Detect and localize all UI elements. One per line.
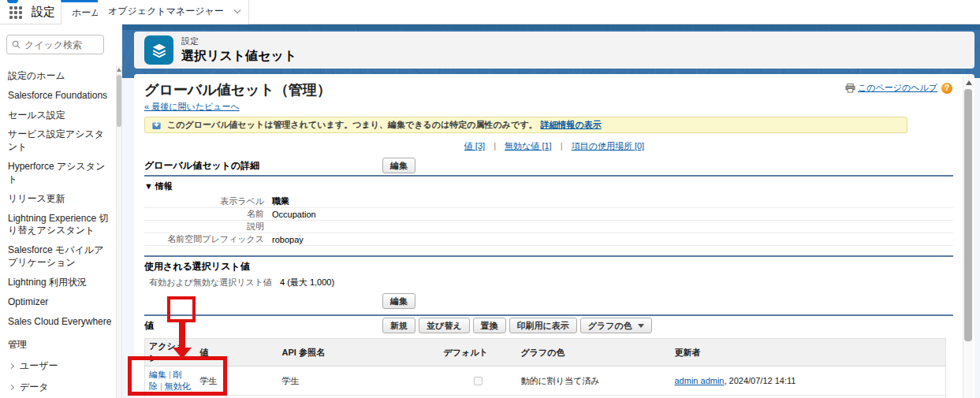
chart-colors-button[interactable]: グラフの色 [580,318,652,333]
sidebar-item-foundations[interactable]: Salesforce Foundations [8,90,112,102]
dropdown-arrow-icon [638,324,644,328]
modified-by-cell: admin admin, 2024/07/12 14:11 [671,366,946,396]
edit-detail-button[interactable]: 編集 [382,158,415,173]
separator: | [561,141,563,151]
modified-date: , 2024/07/12 14:11 [724,376,796,385]
api-name-cell: 会社員 [278,396,440,398]
sidebar-scrollbar[interactable] [116,24,122,398]
setup-nav: 設定のホーム Salesforce Foundations セールス設定 サービ… [8,70,112,398]
content-card: このページのヘルプ ? グローバル値セット（管理） « 最後に開いたビューへ こ… [134,74,974,398]
global-header: 設定 ホーム オブジェクトマネージャー [0,0,980,24]
jump-link-values[interactable]: 値 [3] [464,141,485,151]
chevron-right-icon [9,385,14,390]
values-table-header: アクション 値 API 参照名 デフォルト グラフの色 更新者 [145,339,946,366]
chart-color-cell: 動的に割り当て済み [517,396,671,398]
sidebar-item-users[interactable]: ユーザー [8,359,112,373]
search-input[interactable] [24,39,95,50]
sidebar-item-data[interactable]: データ [8,381,112,394]
edit-values-button[interactable]: 編集 [382,293,415,309]
sidebar-item-lightning-usage[interactable]: Lightning 利用状況 [8,277,112,289]
sidebar-item-sales-setup[interactable]: セールス設定 [8,110,112,122]
managed-notice-banner: このグローバル値セットは管理されています。つまり、編集できるのは特定の属性のみで… [144,117,907,133]
chart-color-cell: 動的に割り当て済み [517,366,671,396]
modified-by-cell: admin admin, 2024/07/12 14:11 [671,396,946,398]
notice-more-info-link[interactable]: 詳細情報の表示 [540,119,601,131]
col-default: デフォルト [440,339,517,366]
user-link[interactable]: admin admin [675,376,725,385]
info-subsection-header[interactable]: ▼ 情報 [144,177,964,195]
reorder-button[interactable]: 並び替え [419,318,470,333]
printable-view-button[interactable]: 印刷用に表示 [509,318,577,333]
help-for-page-link[interactable]: このページのヘルプ [858,82,937,94]
sidebar-item-mobile-app[interactable]: Salesforce モバイルアプリケーション [8,244,112,270]
field-label: 有効および無効な選択リスト値 [144,277,280,288]
notice-text: このグローバル値セットは管理されています。つまり、編集できるのは特定の属性のみで… [167,119,537,131]
value-cell: 会社員 [196,396,278,398]
field-value: 職業 [272,195,289,207]
search-icon [12,40,20,49]
field-row-namespace: 名前空間プレフィックス robopay [144,233,953,246]
quick-find-box[interactable] [6,35,104,54]
value-row-student: 編集|削除|無効化 学生 学生 動的に割り当て済み admin admin, 2… [145,366,946,396]
default-checkbox[interactable] [474,377,483,385]
values-table: アクション 値 API 参照名 デフォルト グラフの色 更新者 編集|削除|無効… [144,338,946,398]
sidebar-item-users-label: ユーザー [20,359,58,373]
usage-button-row: 編集 [144,291,964,311]
scroll-up-icon[interactable] [966,80,972,85]
help-icon[interactable]: ? [941,83,952,94]
tab-object-manager-label: オブジェクトマネージャー [108,6,224,17]
new-button[interactable]: 新規 [382,318,415,333]
vertical-scrollbar[interactable] [963,76,973,398]
sidebar-item-lex-switch[interactable]: Lightning Experience 切り替えアシスタント [8,213,112,238]
row-actions: 編集|削除|無効化 [145,366,196,396]
package-icon [151,120,162,130]
scroll-up-icon[interactable] [117,68,121,72]
field-row-name: 名前 Occupation [144,208,953,221]
setup-sidebar: 設定のホーム Salesforce Foundations セールス設定 サービ… [0,24,116,398]
scrollbar-thumb[interactable] [964,89,972,341]
edit-link[interactable]: 編集 [149,370,166,379]
chart-colors-label: グラフの色 [588,320,632,332]
jump-link-field-usage[interactable]: 項目の使用場所 [0] [572,141,645,151]
picklist-value-set-icon [144,35,173,65]
col-chart-color: グラフの色 [517,339,671,366]
tab-home-label: ホーム [72,7,101,18]
value-row-employee: 編集|削除|無効化 会社員 会社員 動的に割り当て済み admin admin,… [145,396,946,398]
app-launcher-icon[interactable] [9,6,22,19]
back-to-last-view-link[interactable]: « 最後に開いたビューへ [144,101,240,113]
values-section-title: 値 [144,320,154,331]
sidebar-item-release-updates[interactable]: リリース更新 [8,193,112,206]
field-label: 名前空間プレフィックス [144,233,272,245]
sidebar-item-data-label: データ [20,381,49,394]
page-header-title: 選択リスト値セット [181,48,296,65]
usage-field-row: 有効および無効な選択リスト値 4 (最大 1,000) [144,276,953,288]
sidebar-item-service-setup[interactable]: サービス設定アシスタント [8,128,112,154]
value-cell: 学生 [196,366,278,396]
field-value: Occupation [272,210,316,219]
field-value: robopay [272,235,304,244]
page-header-card: 設定 選択リスト値セット [134,32,974,69]
sidebar-item-setup-home[interactable]: 設定のホーム [8,70,112,83]
sidebar-item-sales-cloud-everywhere[interactable]: Sales Cloud Everywhere [8,316,112,329]
col-modified-by: 更新者 [671,339,946,366]
replace-button[interactable]: 置換 [473,318,506,333]
main-region: 設定 選択リスト値セット このページのヘルプ ? グローバル値セット（管理） «… [122,24,980,398]
field-row-label: 表示ラベル 職業 [144,195,953,208]
col-value: 値 [196,339,278,366]
usage-section-title: 使用される選択リスト値 [144,261,250,272]
values-section-header: 値 新規 並び替え 置換 印刷用に表示 グラフの色 [144,319,964,337]
detail-section-header: グローバル値セットの詳細 編集 [144,159,964,175]
jump-link-inactive-values[interactable]: 無効な値 [1] [505,141,552,151]
field-value: 4 (最大 1,000) [280,277,334,288]
sidebar-item-hyperforce[interactable]: Hyperforce アシスタント [8,161,112,186]
tab-object-manager[interactable]: オブジェクトマネージャー [98,0,249,24]
help-bar: このページのヘルプ ? [845,82,952,94]
row-actions: 編集|削除|無効化 [145,396,196,398]
printer-icon[interactable] [845,84,855,93]
sidebar-item-optimizer[interactable]: Optimizer [8,296,112,309]
chevron-right-icon [9,363,14,369]
usage-section-header: 使用される選択リスト値 [144,260,964,276]
sidebar-scrollbar-thumb[interactable] [117,75,121,127]
field-label: 説明 [144,221,272,232]
deactivate-link[interactable]: 無効化 [165,381,191,391]
